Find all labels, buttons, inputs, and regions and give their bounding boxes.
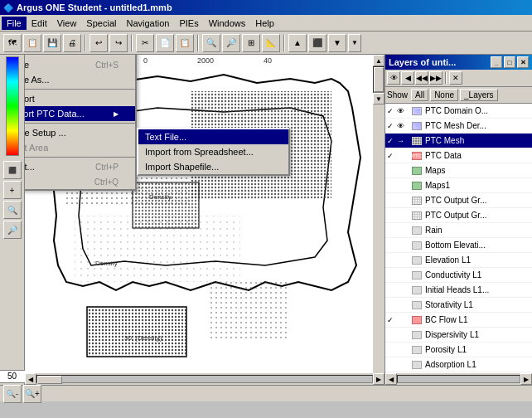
axis-label-2000: 2000 [197,56,214,65]
v-scroll-thumb[interactable] [374,67,384,92]
layer-ptc-mesh[interactable]: ✓ → PTC Mesh [385,134,532,148]
layer-icon-ptc-mesh-der [410,120,423,132]
scroll-up-btn[interactable]: ▲ [373,55,384,66]
layer-bc-flow-l1[interactable]: ✓ BC Flow L1 [385,313,532,328]
scroll-right-btn[interactable]: ▶ [373,373,384,385]
h-scroll-thumb[interactable] [37,376,62,384]
toolbar-btn-12[interactable]: ⊞ [242,34,260,52]
layer-icon-dispersivity-l1 [410,329,423,341]
toolbar-btn-6[interactable]: ↪ [109,34,128,52]
v-scroll-track[interactable] [373,66,384,93]
tool-btn-1[interactable]: ⬛ [3,161,22,179]
layer-check-15: ✓ [387,316,397,324]
tool-btn-3[interactable]: 🔍 [3,201,22,219]
menu-edit[interactable]: Edit [27,17,52,30]
tool-btn-4[interactable]: 🔎 [3,221,22,239]
layers-maximize-btn[interactable]: □ [504,56,515,68]
layer-ptc-data[interactable]: ✓ PTC PTC Data [385,148,532,163]
scroll-left-btn[interactable]: ◀ [25,373,36,385]
layers-h-scrollbar[interactable]: ◀ ▶ [385,373,532,385]
menu-pagesetup[interactable]: Page Setup ... [25,125,135,140]
h-scrollbar[interactable]: ◀ ▶ [25,373,384,385]
all-btn[interactable]: All [411,89,428,101]
map-area[interactable]: -2000 0 2000 40 [25,55,384,385]
layer-icon-conductivity-l1 [410,270,423,281]
status-zoom-out[interactable]: 🔍- [3,385,22,403]
toolbar-btn-13[interactable]: 📐 [262,34,280,52]
toolbar-btn-7[interactable]: ✂ [136,34,154,52]
toolbar-btn-9[interactable]: 📋 [176,34,194,52]
dropdown-btn[interactable]: ▼ [348,34,361,52]
layer-conductivity-l1[interactable]: Conductivity L1 [385,268,532,283]
toolbar-btn-8[interactable]: 📄 [156,34,174,52]
menu-file[interactable]: File [2,17,27,30]
h-scroll-track[interactable] [36,375,373,383]
layer-icon-1[interactable]: 👁 [387,71,400,85]
toolbar-btn-5[interactable]: ↩ [89,34,108,52]
toolbar-btn-4[interactable]: 🖨 [63,34,81,52]
toolbar-btn-10[interactable]: 🔍 [202,34,220,52]
layer-maps[interactable]: Maps [385,163,532,178]
status-zoom-in[interactable]: 🔍+ [23,385,41,403]
menu-view[interactable]: View [52,17,82,30]
layer-ptc-output-1[interactable]: PTC Output Gr... [385,193,532,208]
toolbar-btn-16[interactable]: ▼ [328,34,346,52]
tool-btn-2[interactable]: + [3,181,22,199]
layer-adsorption-l1[interactable]: Adsorption L1 [385,357,532,372]
menu-saveas[interactable]: Save As... [25,72,135,87]
layers-minimize-btn[interactable]: _ [491,56,502,68]
axis-label-40: 40 [264,56,272,65]
layers-btn[interactable]: _Layers [460,89,498,101]
toolbar-btn-1[interactable]: 🗺 [3,34,22,52]
layers-scroll-right[interactable]: ▶ [520,373,532,385]
layer-icon-2[interactable]: ◀ [401,71,414,85]
submenu-textfile[interactable]: Text File... [138,129,288,144]
toolbar-btn-3[interactable]: 💾 [43,34,61,52]
submenu-spreadsheet[interactable]: Import from Spreadsheet... [138,144,288,159]
layer-icon-4[interactable]: ▶▶ [429,71,443,85]
submenu-shapefile[interactable]: Import Shapefile... [138,159,288,174]
layer-name-adsorption-l1: Adsorption L1 [425,360,476,369]
layers-close-btn[interactable]: ✕ [517,56,529,68]
layer-icon-3[interactable]: ◀◀ [415,71,428,85]
layer-name-dispersivity-l1: Dispersivity L1 [425,330,479,339]
menu-windows[interactable]: Windows [204,17,251,30]
menu-navigation[interactable]: Navigation [121,17,174,30]
layer-bottom-elev[interactable]: Bottom Elevati... [385,238,532,253]
toolbar-btn-11[interactable]: 🔎 [222,34,240,52]
menu-special[interactable]: Special [81,17,121,30]
layer-elevation-l1[interactable]: Elevation L1 [385,253,532,268]
menu-export[interactable]: Export [25,91,135,106]
layers-list[interactable]: ✓ 👁 PTC Domain O... ✓ 👁 [385,104,532,373]
toolbar-btn-2[interactable]: 📋 [23,34,41,52]
layer-maps1[interactable]: Maps1 [385,178,532,193]
menu-quit[interactable]: Quit Ctrl+Q [25,174,135,189]
layer-storativity-l1[interactable]: Storativity L1 [385,298,532,313]
v-scrollbar[interactable]: ▲ ▼ [373,55,384,373]
toolbar-btn-14[interactable]: ▲ [288,34,307,52]
menu-help[interactable]: Help [250,17,279,30]
layer-rain[interactable]: Rain [385,223,532,238]
layers-scroll-track[interactable] [397,375,520,383]
scroll-down-btn[interactable]: ▼ [373,93,384,104]
layer-dispersivity-l1[interactable]: Dispersivity L1 [385,328,532,343]
menu-save[interactable]: Save Ctrl+S [25,57,135,72]
menu-print[interactable]: Print... Ctrl+P [25,159,135,174]
none-btn[interactable]: None [430,89,458,101]
menu-import[interactable]: Import PTC Data... ▶ [25,106,135,121]
menu-printarea[interactable]: Print Area [25,140,135,155]
layer-sep-1 [445,72,447,84]
menu-pies[interactable]: PIEs [174,17,203,30]
layer-icon-5[interactable]: ✕ [449,71,462,85]
layer-name-bottom-elev: Bottom Elevati... [425,241,486,250]
layer-check-4: ✓ [387,152,397,160]
toolbar-btn-15[interactable]: ⬛ [308,34,326,52]
layer-ptc-mesh-der[interactable]: ✓ 👁 PTC Mesh Der... [385,119,532,134]
layers-scroll-left[interactable]: ◀ [385,373,397,385]
layer-initial-heads[interactable]: Initial Heads L1... [385,283,532,298]
title-bar: 🔷 Argus ONE Student - untitled1.mmb [0,0,532,15]
layer-ptc-output-2[interactable]: PTC Output Gr... [385,208,532,223]
layer-icon-ptc-mesh [410,135,423,147]
layer-ptc-domain[interactable]: ✓ 👁 PTC Domain O... [385,104,532,119]
layer-porosity-l1[interactable]: Porosity L1 [385,343,532,357]
